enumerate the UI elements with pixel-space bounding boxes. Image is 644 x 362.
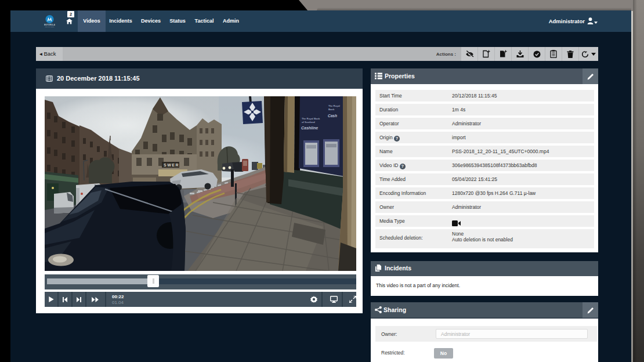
svg-text:The Royal: The Royal xyxy=(328,104,340,107)
svg-text:Cash: Cash xyxy=(328,114,337,118)
svg-text:of Scotland: of Scotland xyxy=(302,121,315,124)
svg-text:Bank: Bank xyxy=(328,108,335,111)
svg-text:The Royal Bank: The Royal Bank xyxy=(302,117,320,120)
svg-text:SWER: SWER xyxy=(164,163,179,167)
svg-text:Cashline: Cashline xyxy=(301,126,318,130)
